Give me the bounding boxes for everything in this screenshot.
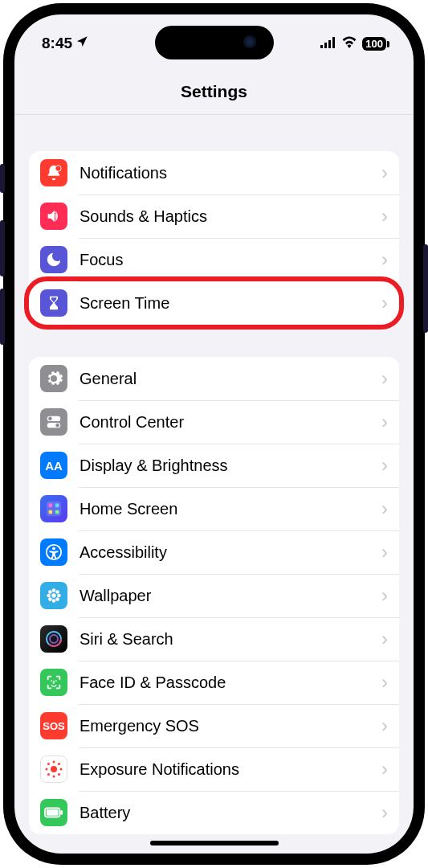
row-label: Siri & Search xyxy=(79,630,381,649)
svg-point-4 xyxy=(55,166,61,171)
settings-row-general[interactable]: General› xyxy=(29,357,399,400)
svg-point-22 xyxy=(55,590,59,594)
svg-point-21 xyxy=(48,590,52,594)
siri-icon xyxy=(40,625,67,653)
svg-rect-1 xyxy=(324,43,327,48)
svg-point-16 xyxy=(51,593,56,598)
chevron-right-icon: › xyxy=(381,248,388,271)
svg-rect-12 xyxy=(49,510,53,514)
svg-rect-40 xyxy=(47,809,59,815)
settings-row-wallpaper[interactable]: Wallpaper› xyxy=(29,574,399,617)
home-indicator[interactable] xyxy=(150,841,279,845)
svg-point-19 xyxy=(47,594,51,598)
gear-icon xyxy=(40,365,67,392)
row-label: Screen Time xyxy=(79,294,381,313)
settings-row-sounds-haptics[interactable]: Sounds & Haptics› xyxy=(29,194,399,238)
row-label: Exposure Notifications xyxy=(79,760,381,779)
chevron-right-icon: › xyxy=(381,541,388,563)
settings-row-notifications[interactable]: Notifications› xyxy=(29,151,399,194)
row-label: Face ID & Passcode xyxy=(79,674,381,692)
hourglass-icon xyxy=(40,289,67,317)
nav-header: Settings xyxy=(14,66,414,115)
row-label: Emergency SOS xyxy=(79,717,381,735)
settings-row-accessibility[interactable]: Accessibility› xyxy=(29,530,399,574)
svg-point-38 xyxy=(58,773,60,776)
flower-icon xyxy=(40,582,67,609)
screen: 8:45 100 Settings Notifications›Sou xyxy=(14,14,414,854)
svg-rect-10 xyxy=(49,504,53,508)
svg-point-33 xyxy=(46,768,48,771)
settings-group: General›Control Center›AADisplay & Brigh… xyxy=(29,357,399,834)
switches-icon xyxy=(40,408,67,436)
svg-point-17 xyxy=(52,588,56,592)
svg-point-32 xyxy=(53,776,55,778)
settings-content[interactable]: Notifications›Sounds & Haptics›Focus›Scr… xyxy=(14,119,414,854)
side-button xyxy=(423,244,428,333)
wifi-icon xyxy=(341,35,357,52)
settings-row-focus[interactable]: Focus› xyxy=(29,238,399,281)
svg-rect-41 xyxy=(60,810,63,815)
settings-row-exposure-notifications[interactable]: Exposure Notifications› xyxy=(29,747,399,791)
svg-point-18 xyxy=(52,599,56,603)
page-title: Settings xyxy=(14,82,414,101)
svg-rect-13 xyxy=(55,510,59,514)
volume-up xyxy=(0,220,5,276)
row-label: Wallpaper xyxy=(79,587,381,605)
battery-level: 100 xyxy=(365,38,383,50)
svg-rect-11 xyxy=(55,504,59,508)
svg-rect-3 xyxy=(332,37,335,48)
chevron-right-icon: › xyxy=(381,292,388,314)
row-label: Home Screen xyxy=(79,500,381,518)
app-grid-icon xyxy=(40,495,67,522)
moon-icon xyxy=(40,246,67,273)
svg-point-28 xyxy=(51,680,52,682)
cellular-icon xyxy=(320,35,336,52)
row-label: Sounds & Haptics xyxy=(79,207,381,226)
svg-point-36 xyxy=(58,763,60,765)
bell-badge-icon xyxy=(40,159,67,186)
chevron-right-icon: › xyxy=(381,497,388,520)
svg-point-24 xyxy=(55,597,59,601)
row-label: Control Center xyxy=(79,413,381,432)
battery-icon xyxy=(40,799,67,826)
row-label: Battery xyxy=(79,804,381,822)
svg-point-6 xyxy=(48,417,52,421)
settings-row-emergency-sos[interactable]: SOSEmergency SOS› xyxy=(29,704,399,747)
chevron-right-icon: › xyxy=(381,628,388,650)
row-label: General xyxy=(79,370,381,388)
row-label: Notifications xyxy=(79,164,381,182)
settings-group: Notifications›Sounds & Haptics›Focus›Scr… xyxy=(29,151,399,325)
settings-row-screen-time[interactable]: Screen Time› xyxy=(29,281,399,325)
svg-point-23 xyxy=(48,597,52,601)
location-icon xyxy=(75,35,88,52)
chevron-right-icon: › xyxy=(381,671,388,694)
battery-indicator: 100 xyxy=(362,37,386,51)
settings-row-display-brightness[interactable]: AADisplay & Brightness› xyxy=(29,444,399,487)
settings-row-control-center[interactable]: Control Center› xyxy=(29,400,399,444)
exposure-icon xyxy=(40,755,67,783)
chevron-right-icon: › xyxy=(381,714,388,737)
row-label: Focus xyxy=(79,251,381,269)
settings-row-siri-search[interactable]: Siri & Search› xyxy=(29,617,399,661)
settings-row-battery[interactable]: Battery› xyxy=(29,791,399,834)
svg-point-8 xyxy=(55,424,59,428)
speaker-wave-icon xyxy=(40,203,67,230)
svg-point-30 xyxy=(51,766,57,772)
aa-icon: AA xyxy=(40,452,67,479)
settings-row-faceid-passcode[interactable]: Face ID & Passcode› xyxy=(29,661,399,704)
chevron-right-icon: › xyxy=(381,758,388,780)
svg-point-37 xyxy=(47,773,50,776)
chevron-right-icon: › xyxy=(381,411,388,433)
chevron-right-icon: › xyxy=(381,162,388,184)
status-time: 8:45 xyxy=(42,35,72,52)
svg-rect-0 xyxy=(320,45,323,48)
accessibility-icon xyxy=(40,538,67,566)
svg-rect-9 xyxy=(47,502,61,516)
svg-point-15 xyxy=(52,547,55,551)
svg-point-34 xyxy=(60,768,63,771)
chevron-right-icon: › xyxy=(381,454,388,477)
dynamic-island xyxy=(155,26,274,59)
svg-point-27 xyxy=(50,635,58,643)
settings-row-home-screen[interactable]: Home Screen› xyxy=(29,487,399,530)
svg-rect-2 xyxy=(328,40,331,48)
